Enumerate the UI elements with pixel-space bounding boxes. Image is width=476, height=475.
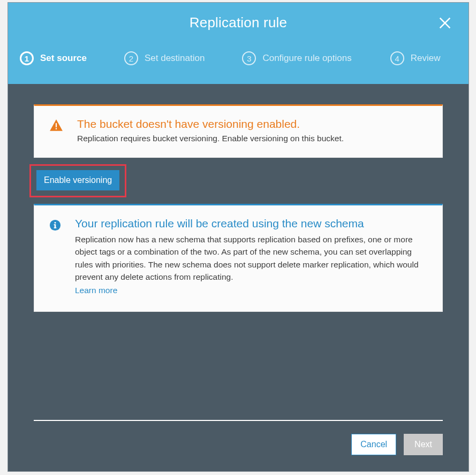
close-icon [437,16,452,30]
cancel-button[interactable]: Cancel [351,434,396,455]
step-label: Review [411,53,441,64]
step-review[interactable]: 4 Review [390,51,441,65]
dialog-footer: Cancel Next [34,420,443,455]
svg-rect-1 [56,128,57,129]
wizard-steps: 1 Set source 2 Set destination 3 Configu… [8,51,469,65]
warning-content: The bucket doesn't have versioning enabl… [77,118,344,143]
step-number: 1 [20,51,34,65]
dialog-header: Replication rule 1 Set source 2 Set dest… [8,3,469,84]
svg-point-3 [55,222,56,224]
footer-buttons: Cancel Next [34,434,443,455]
step-number: 2 [124,51,138,65]
step-configure-rule-options[interactable]: 3 Configure rule options [242,51,351,65]
step-number: 3 [242,51,256,65]
enable-versioning-highlight: Enable versioning [29,164,126,197]
info-icon [49,219,61,296]
learn-more-link[interactable]: Learn more [75,284,117,296]
warning-card: The bucket doesn't have versioning enabl… [34,104,443,158]
svg-rect-6 [54,227,57,228]
info-description-text: Replication now has a new schema that su… [75,235,419,281]
replication-rule-dialog: Replication rule 1 Set source 2 Set dest… [7,2,469,472]
info-card: Your replication rule will be created us… [34,204,443,312]
info-title: Your replication rule will be created us… [75,217,427,230]
close-button[interactable] [437,16,452,30]
step-set-destination[interactable]: 2 Set destination [124,51,205,65]
step-label: Set source [40,53,87,64]
svg-rect-0 [56,123,57,127]
next-button: Next [404,434,443,455]
footer-divider [34,420,443,421]
svg-rect-5 [54,224,55,225]
step-label: Set destination [145,53,205,64]
warning-description: Replication requires bucket versioning. … [77,134,344,143]
warning-title: The bucket doesn't have versioning enabl… [77,118,344,131]
step-number: 4 [390,51,404,65]
dialog-title: Replication rule [8,14,469,31]
step-label: Configure rule options [262,53,351,64]
info-description: Replication now has a new schema that su… [75,233,427,296]
step-set-source[interactable]: 1 Set source [20,51,87,65]
enable-versioning-button[interactable]: Enable versioning [36,170,119,190]
info-content: Your replication rule will be created us… [75,217,427,296]
dialog-body: The bucket doesn't have versioning enabl… [8,84,469,312]
warning-icon [49,119,63,143]
